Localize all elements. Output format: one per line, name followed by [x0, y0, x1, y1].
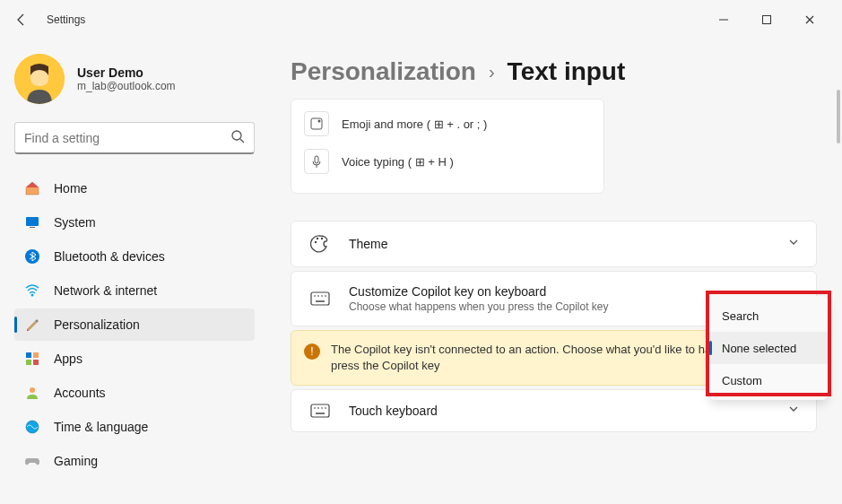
- theme-icon: [308, 234, 333, 254]
- sidebar-item-time[interactable]: Time & language: [14, 411, 255, 443]
- breadcrumb-parent[interactable]: Personalization: [291, 57, 476, 86]
- sidebar-item-gaming[interactable]: Gaming: [14, 445, 255, 477]
- minimize-button[interactable]: [709, 5, 738, 34]
- svg-point-13: [30, 387, 35, 393]
- chevron-right-icon: ›: [489, 62, 495, 83]
- voice-icon: [304, 149, 329, 174]
- dropdown-label: Search: [722, 309, 759, 323]
- svg-rect-5: [26, 217, 39, 226]
- profile-name: User Demo: [77, 65, 176, 80]
- profile-section[interactable]: User Demo m_lab@outlook.com: [14, 47, 255, 122]
- nav-label: Accounts: [54, 386, 106, 400]
- profile-email: m_lab@outlook.com: [77, 80, 176, 92]
- copilot-key-dropdown: Search None selected Custom: [709, 296, 828, 400]
- svg-rect-10: [33, 352, 39, 358]
- accounts-icon: [23, 384, 41, 402]
- svg-point-20: [317, 238, 318, 239]
- sidebar-item-network[interactable]: Network & internet: [14, 274, 255, 307]
- voice-shortcut-label: Voice typing ( ⊞ + H ): [342, 155, 454, 169]
- svg-point-19: [315, 241, 317, 243]
- nav-label: Apps: [54, 352, 82, 366]
- svg-point-21: [321, 238, 323, 239]
- search-input[interactable]: [24, 131, 230, 145]
- svg-rect-28: [311, 404, 329, 417]
- shortcuts-card: Emoji and more ( ⊞ + . or ; ) Voice typi…: [291, 99, 604, 194]
- search-icon: [230, 129, 245, 147]
- svg-rect-18: [315, 156, 318, 163]
- dropdown-label: None selected: [722, 342, 796, 355]
- system-icon: [23, 213, 41, 231]
- chevron-down-icon: [787, 236, 800, 252]
- personalization-icon: [23, 316, 41, 334]
- nav-label: System: [54, 215, 96, 230]
- svg-line-4: [240, 139, 244, 143]
- gaming-icon: [23, 452, 41, 470]
- chevron-down-icon: [787, 403, 800, 419]
- sidebar-item-system[interactable]: System: [14, 206, 255, 239]
- svg-point-8: [31, 294, 34, 297]
- back-button[interactable]: [7, 5, 36, 34]
- warning-icon: !: [304, 343, 320, 360]
- theme-setting[interactable]: Theme: [291, 221, 817, 267]
- svg-rect-22: [311, 292, 329, 305]
- time-icon: [23, 418, 41, 436]
- avatar: [14, 54, 65, 104]
- close-button[interactable]: [795, 5, 824, 34]
- keyboard-icon: [308, 291, 333, 306]
- titlebar: Settings: [0, 0, 842, 39]
- network-icon: [23, 282, 41, 300]
- sidebar-item-home[interactable]: Home: [14, 172, 255, 204]
- nav-label: Gaming: [54, 454, 98, 468]
- nav-label: Time & language: [54, 420, 148, 434]
- svg-point-17: [318, 120, 321, 123]
- keyboard-icon: [308, 404, 333, 418]
- nav-label: Home: [54, 181, 87, 196]
- emoji-shortcut-label: Emoji and more ( ⊞ + . or ; ): [342, 117, 487, 131]
- sidebar-item-personalization[interactable]: Personalization: [14, 308, 255, 341]
- setting-title: Theme: [349, 237, 787, 251]
- sidebar-item-accounts[interactable]: Accounts: [14, 377, 255, 409]
- svg-rect-1: [763, 16, 771, 24]
- svg-rect-16: [311, 118, 322, 129]
- sidebar-item-apps[interactable]: Apps: [14, 343, 255, 375]
- nav-label: Network & internet: [54, 283, 157, 298]
- breadcrumb: Personalization › Text input: [291, 57, 817, 86]
- setting-title: Touch keyboard: [349, 404, 787, 418]
- search-box[interactable]: [14, 122, 255, 154]
- dropdown-item-none[interactable]: None selected: [709, 332, 828, 364]
- sidebar: User Demo m_lab@outlook.com Home System: [0, 39, 269, 504]
- dropdown-label: Custom: [722, 374, 762, 387]
- nav-label: Bluetooth & devices: [54, 249, 165, 264]
- breadcrumb-current: Text input: [508, 57, 626, 86]
- apps-icon: [23, 350, 41, 368]
- home-icon: [23, 179, 41, 197]
- emoji-icon: [304, 111, 329, 136]
- window-title: Settings: [47, 13, 709, 26]
- svg-point-3: [232, 131, 241, 140]
- svg-rect-12: [33, 360, 39, 365]
- maximize-button[interactable]: [752, 5, 781, 34]
- content-area: Personalization › Text input Emoji and m…: [269, 39, 842, 504]
- sidebar-item-bluetooth[interactable]: Bluetooth & devices: [14, 240, 255, 273]
- dropdown-item-custom[interactable]: Custom: [709, 364, 828, 396]
- svg-rect-11: [26, 360, 31, 365]
- bluetooth-icon: [23, 248, 41, 265]
- dropdown-item-search[interactable]: Search: [709, 300, 828, 332]
- svg-rect-6: [30, 227, 35, 228]
- scrollbar[interactable]: [837, 90, 840, 143]
- nav-label: Personalization: [54, 317, 140, 332]
- svg-rect-9: [26, 352, 31, 358]
